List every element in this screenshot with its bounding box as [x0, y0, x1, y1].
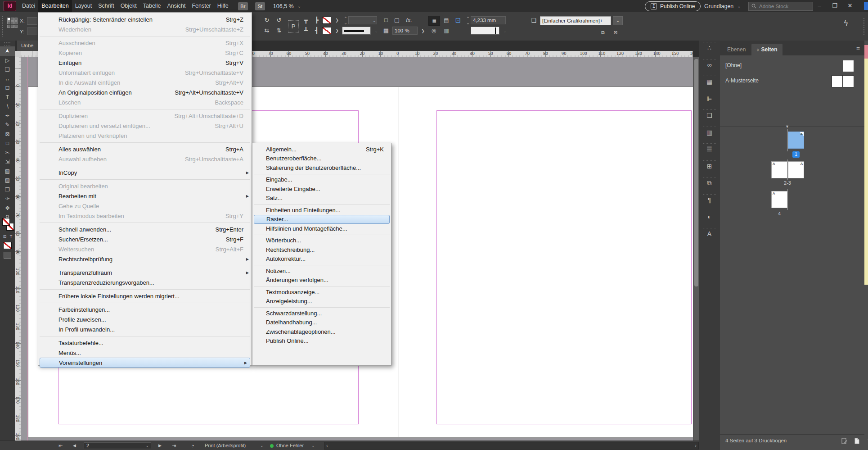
scrollbar-thumb[interactable] [694, 59, 698, 286]
menubar-item-layout[interactable]: Layout [72, 0, 95, 12]
menu-item[interactable]: Satz... [252, 194, 391, 203]
flip-vertical-icon[interactable]: ⇅ [274, 27, 283, 35]
rotate-ccw-icon[interactable]: ↺ [274, 16, 283, 24]
panel-menu-icon[interactable]: ≡ [856, 45, 860, 52]
menu-item[interactable]: Publish Online... [252, 336, 391, 346]
previous-page-button[interactable]: ◀ [73, 441, 76, 450]
menubar-item-datei[interactable]: Datei [19, 0, 38, 12]
menu-item[interactable]: In Profil umwandeln... [38, 324, 252, 334]
menu-item[interactable]: Im Textmodus bearbeitenStrg+Y [38, 211, 252, 221]
menu-item[interactable]: Transparenzreduzierungsvorgaben... [38, 277, 252, 287]
master-thumbnail[interactable] [843, 75, 854, 87]
first-page-button[interactable]: ⇤ [58, 441, 63, 450]
page-tool[interactable]: ❑ [0, 65, 15, 74]
menu-item[interactable]: Platzieren und Verknüpfen [38, 131, 252, 141]
frame-fitting-icon[interactable]: ⊡ [454, 16, 463, 24]
menu-item[interactable]: WiederholenStrg+Umschalttaste+Z [38, 24, 252, 34]
textwrap-bounding-icon[interactable]: ▤ [441, 16, 452, 25]
scroll-left-icon[interactable]: ‹ [326, 442, 328, 449]
direct-selection-tool[interactable]: ▷ [0, 56, 15, 65]
textwrap-none-icon[interactable]: ≣ [428, 16, 440, 26]
gap-tool[interactable]: ↔ [0, 74, 15, 84]
break-link-style-icon[interactable]: ⧉ [598, 29, 607, 36]
eyedropper-tool[interactable]: ✑ [0, 194, 15, 204]
menu-item[interactable]: Unformatiert einfügenStrg+Umschalttaste+… [38, 68, 252, 77]
menu-item[interactable]: Schwarzdarstellung... [252, 309, 391, 318]
object-style-icon[interactable]: ❏ [529, 17, 538, 25]
menu-item[interactable]: AusschneidenStrg+X [38, 38, 252, 48]
note-tool[interactable]: ❐ [0, 185, 15, 195]
window-minimize-button[interactable]: – [813, 0, 826, 12]
pencil-tool[interactable]: ✎ [0, 120, 15, 130]
align-panel[interactable]: ⊫ [699, 91, 720, 109]
select-content-icon[interactable]: ┳ [301, 16, 310, 24]
quick-actions-lightning-icon[interactable]: ϟ [841, 19, 850, 27]
hand-tool[interactable]: ✥ [0, 204, 15, 213]
next-page-button[interactable]: ▶ [158, 441, 162, 450]
corner-rounded-icon[interactable]: ▢ [392, 16, 401, 24]
object-style-dropdown[interactable]: [Einfacher Grafikrahmen]+ [540, 16, 611, 25]
rotate-cw-icon[interactable]: ↻ [262, 16, 271, 24]
menu-item[interactable]: Textmodusanzeige... [252, 287, 391, 297]
reference-point-selector[interactable] [7, 18, 18, 28]
preflight-profile[interactable]: Print (Arbeitsprofil) [205, 441, 246, 450]
menu-item[interactable]: Rechtschreibprüfung▶ [38, 254, 252, 264]
menu-item[interactable]: Zwischenablageoptionen... [252, 327, 391, 336]
color-themes-panel[interactable]: ∴ [699, 41, 720, 58]
object-style-dropdown-icon[interactable]: ⌄ [613, 16, 623, 25]
type-tool[interactable]: T [0, 93, 15, 102]
textwrap-object-icon[interactable]: ◎ [428, 26, 439, 35]
master-row-a[interactable]: A-Musterseite [720, 74, 864, 87]
clear-overrides-icon[interactable]: ⊠ [611, 29, 620, 36]
rectangle-frame-tool[interactable]: ⊠ [0, 130, 15, 139]
chevron-down-icon[interactable]: ⌄ [260, 441, 264, 450]
character-styles-panel[interactable]: A [699, 227, 720, 244]
menubar-item-fenster[interactable]: Fenster [189, 0, 214, 12]
menu-item[interactable]: InCopy▶ [38, 168, 252, 177]
fill-menu-arrow-icon[interactable]: ❯ [333, 18, 342, 23]
menu-item[interactable]: KopierenStrg+C [38, 48, 252, 58]
vertical-ruler[interactable]: 0102030405060708090100110120130140150160… [15, 57, 21, 441]
y-position-field[interactable] [27, 27, 37, 35]
tab-seiten[interactable]: ◊Seiten [751, 44, 783, 55]
menu-item[interactable]: Original bearbeiten [38, 181, 252, 191]
page-thumbnail-2[interactable]: A [771, 161, 787, 178]
menu-item[interactable]: WeitersuchenStrg+Alt+F [38, 244, 252, 254]
page-number-field[interactable]: 2 ⌄ [84, 442, 151, 449]
menu-item[interactable]: An Originalposition einfügenStrg+Alt+Ums… [38, 87, 252, 97]
menu-item[interactable]: Menüs... [38, 348, 252, 358]
menu-item[interactable]: Dateihandhabung... [252, 318, 391, 327]
master-row-none[interactable]: [Ohne] [720, 59, 864, 72]
preflight-icon[interactable]: ◔ [191, 441, 194, 450]
selection-tool[interactable]: ➤ [0, 46, 15, 56]
screen-mode-button[interactable] [4, 252, 11, 259]
scissors-tool[interactable]: ✂ [0, 148, 15, 158]
fill-none-swatch[interactable] [2, 218, 10, 226]
menu-item[interactable]: Auswahl aufhebenStrg+Umschalttaste+A [38, 154, 252, 164]
stroke-weight-dropdown-icon[interactable]: ⌄ [370, 18, 379, 23]
menu-item[interactable]: Profile zuweisen... [38, 314, 252, 324]
menubar-item-objekt[interactable]: Objekt [117, 0, 140, 12]
window-close-button[interactable]: ✕ [843, 0, 857, 12]
apply-none-button[interactable] [3, 242, 12, 249]
rectangle-tool[interactable]: □ [0, 139, 15, 148]
menu-item[interactable]: Bearbeiten mit▶ [38, 191, 252, 201]
page-thumbnail-3[interactable]: A [788, 161, 804, 178]
menu-item[interactable]: Benutzeroberfläche... [252, 154, 391, 164]
effects-fx-icon[interactable]: fx. [403, 16, 415, 24]
horizontal-scrollbar[interactable]: ‹ › [324, 442, 699, 450]
select-parent-icon[interactable]: ┻ [301, 27, 310, 35]
line-tool[interactable]: ∖ [0, 102, 15, 111]
corner-radius-field[interactable]: 4,233 mm [471, 16, 506, 24]
effects-panel[interactable]: ◐ [699, 209, 720, 227]
table-panel[interactable]: ⊞ [699, 159, 720, 176]
ruler-origin-corner[interactable] [15, 51, 21, 58]
pen-tool[interactable]: ✒ [0, 111, 15, 121]
menu-item[interactable]: Alles auswählenStrg+A [38, 144, 252, 154]
corner-options-icon[interactable]: □ [382, 16, 391, 24]
menu-item[interactable]: Duplizieren und versetzt einfügen...Strg… [38, 121, 252, 131]
menu-item[interactable]: Allgemein...Strg+K [252, 145, 391, 154]
menu-item[interactable]: Hilfslinien und Montagefläche... [252, 224, 391, 233]
cc-libraries-panel[interactable]: ∞ [699, 58, 720, 75]
master-thumbnail[interactable] [843, 60, 854, 72]
